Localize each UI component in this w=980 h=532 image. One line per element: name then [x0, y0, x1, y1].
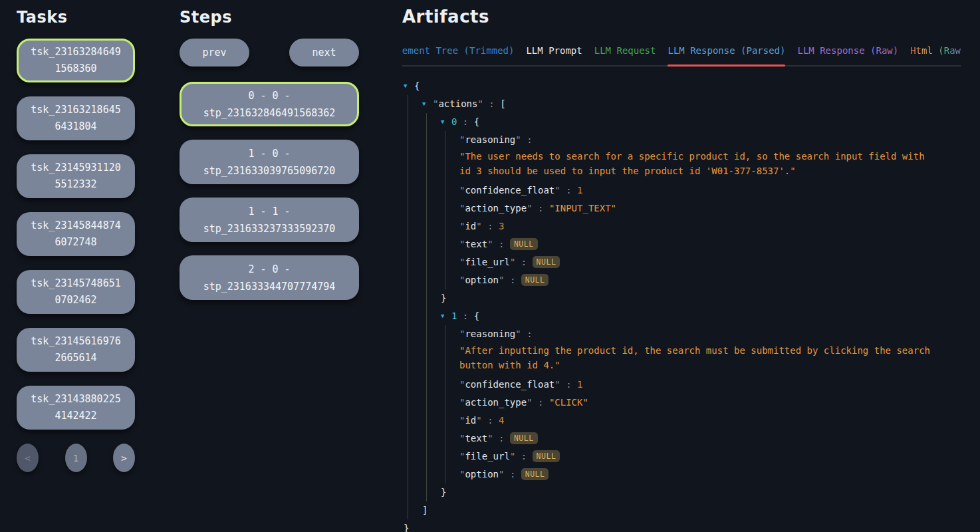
json-line: ▼0 : { [441, 113, 961, 131]
json-key: action_type [465, 397, 527, 408]
json-key: reasoning [465, 134, 515, 145]
task-item-button[interactable]: tsk_231459311205512332 [17, 154, 135, 198]
json-token: " [527, 203, 532, 213]
task-item-button[interactable]: tsk_231632846491568360 [17, 39, 135, 82]
json-key: text [465, 239, 487, 249]
json-number-value: 1 [577, 185, 582, 196]
task-item-button[interactable]: tsk_231456169762665614 [17, 328, 135, 372]
collapse-toggle-icon[interactable]: ▼ [422, 95, 426, 113]
json-line: "reasoning" : [459, 325, 961, 343]
json-token: " [476, 221, 481, 231]
steps-nav: prev next [180, 39, 359, 66]
json-line: ▼{ [404, 77, 961, 95]
json-token: : [521, 329, 533, 339]
null-badge: NULL [533, 256, 560, 268]
artifacts-title: Artifacts [402, 7, 961, 27]
step-item-button[interactable]: 1 - 0 - stp_231633039765096720 [180, 140, 359, 184]
json-tree-view: ▼{▼"actions" : [▼0 : {"reasoning" :"The … [402, 77, 961, 532]
json-token: : [560, 185, 577, 196]
json-line: "text" : NULL [459, 235, 961, 253]
json-line: "text" : NULL [459, 430, 961, 448]
artifacts-tabbar-clip: Element Tree (Trimmed)LLM PromptLLM Requ… [402, 43, 961, 66]
json-block: ▼0 : {"reasoning" :"The user needs to se… [426, 113, 961, 501]
json-line: ▼1 : { [441, 307, 961, 325]
artifact-tab[interactable]: LLM Prompt [526, 43, 582, 65]
json-token: : [457, 116, 473, 127]
json-line: } [404, 519, 961, 532]
json-token: " [527, 397, 532, 408]
json-token: : [521, 134, 533, 145]
json-number-value: 4 [499, 415, 504, 426]
task-item-button[interactable]: tsk_231438802254142422 [17, 386, 135, 430]
json-token: " [554, 379, 560, 390]
json-key: file_url [465, 257, 509, 267]
json-token: " [515, 329, 521, 339]
collapse-toggle-icon[interactable]: ▼ [404, 77, 407, 95]
json-token: " [554, 185, 560, 196]
step-item-button[interactable]: 2 - 0 - stp_231633344707774794 [180, 255, 359, 300]
step-item-button[interactable]: 1 - 1 - stp_231633237333592370 [180, 198, 359, 242]
json-token: " [477, 98, 483, 109]
json-line: "file_url" : NULL [459, 253, 961, 271]
json-key: text [465, 433, 487, 444]
json-token: : [533, 397, 549, 408]
json-token: ] [422, 505, 428, 515]
artifact-tab[interactable]: Html (Raw) [910, 43, 961, 65]
task-item-button[interactable]: tsk_231457486510702462 [17, 270, 135, 314]
json-key: reasoning [465, 329, 515, 339]
json-number-value: 1 [577, 379, 582, 390]
pagination-prev-button[interactable]: < [17, 444, 39, 472]
artifacts-panel: Artifacts Element Tree (Trimmed)LLM Prom… [402, 7, 961, 532]
json-line: "option" : NULL [459, 271, 961, 289]
json-key: confidence_float [465, 379, 554, 390]
json-token: : [493, 433, 510, 444]
artifact-tab[interactable]: LLM Response (Parsed) [668, 43, 785, 65]
json-token: : [457, 311, 473, 321]
json-line: ] [422, 501, 961, 519]
json-line: } [441, 289, 961, 307]
json-number-value: 3 [499, 221, 504, 231]
json-string-value: "CLICK" [549, 397, 588, 408]
json-token: " [515, 134, 521, 145]
steps-next-button[interactable]: next [289, 39, 359, 66]
json-line: "action_type" : "INPUT_TEXT" [459, 200, 961, 217]
json-string-value: "INPUT_TEXT" [549, 203, 616, 213]
collapse-toggle-icon[interactable]: ▼ [441, 307, 444, 325]
json-line: "file_url" : NULL [459, 448, 961, 466]
json-token: : [483, 98, 500, 109]
null-badge: NULL [521, 274, 549, 286]
steps-panel: Steps prev next 0 - 0 - stp_231632846491… [180, 8, 359, 313]
json-key: option [465, 469, 499, 479]
task-item-button[interactable]: tsk_231632186456431804 [17, 96, 135, 140]
json-block: "reasoning" :"The user needs to search f… [445, 131, 961, 289]
json-token: : [560, 379, 577, 390]
json-token: } [404, 523, 409, 532]
json-token: : [482, 415, 499, 426]
json-key: file_url [465, 451, 509, 462]
json-token: [ [500, 98, 505, 109]
collapse-toggle-icon[interactable]: ▼ [441, 113, 444, 131]
steps-title: Steps [180, 8, 359, 27]
json-key: id [465, 415, 476, 426]
steps-prev-button[interactable]: prev [180, 39, 249, 66]
task-list: tsk_231632846491568360tsk_23163218645643… [17, 39, 135, 430]
json-line: "option" : NULL [459, 466, 961, 483]
artifact-tab[interactable]: LLM Request [594, 43, 656, 65]
artifact-tab[interactable]: LLM Response (Raw) [797, 43, 898, 65]
null-badge: NULL [510, 238, 538, 250]
pagination-page-1-button[interactable]: 1 [65, 444, 87, 472]
pagination-next-button[interactable]: > [113, 444, 135, 472]
artifact-tab[interactable]: Element Tree (Trimmed) [402, 43, 514, 65]
json-token: : [504, 275, 521, 285]
artifacts-tabbar: Element Tree (Trimmed)LLM PromptLLM Requ… [402, 43, 961, 66]
json-token: : [515, 257, 532, 267]
step-item-button[interactable]: 0 - 0 - stp_231632846491568362 [180, 82, 359, 126]
json-line: "confidence_float" : 1 [459, 182, 961, 200]
tasks-panel: Tasks tsk_231632846491568360tsk_23163218… [17, 8, 135, 472]
task-item-button[interactable]: tsk_231458448746072748 [17, 212, 135, 256]
json-key: option [465, 275, 499, 285]
json-token: " [487, 433, 493, 444]
null-badge: NULL [510, 432, 538, 444]
json-line: "action_type" : "CLICK" [459, 394, 961, 412]
json-key: action_type [465, 203, 527, 213]
